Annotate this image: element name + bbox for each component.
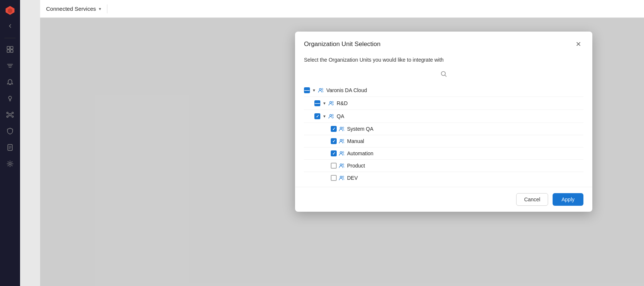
- svg-line-15: [8, 116, 9, 116]
- tree-item-rd[interactable]: — ▾ R&D: [304, 97, 583, 110]
- svg-point-29: [332, 114, 333, 116]
- svg-point-10: [12, 112, 13, 114]
- svg-point-12: [12, 116, 13, 117]
- checkbox-automation[interactable]: ✓: [331, 150, 337, 156]
- svg-point-38: [340, 176, 342, 178]
- tree-item-varonis-da-cloud[interactable]: — ▾ Varonis DA Cloud: [304, 84, 583, 97]
- tree-item-automation[interactable]: ✓ Automation: [304, 147, 583, 160]
- svg-point-22: [441, 72, 446, 76]
- report-nav-icon[interactable]: [3, 141, 17, 154]
- svg-point-7: [9, 96, 12, 99]
- title-chevron-icon[interactable]: ▾: [99, 6, 101, 12]
- search-icon: [440, 70, 447, 79]
- svg-rect-0: [7, 46, 10, 49]
- org-unit-selection-modal: Organization Unit Selection ✕ Select the…: [295, 32, 592, 212]
- checkbox-manual[interactable]: ✓: [331, 138, 337, 144]
- svg-point-36: [340, 164, 342, 166]
- svg-point-30: [340, 127, 342, 129]
- label-manual: Manual: [347, 138, 364, 144]
- svg-point-32: [340, 139, 342, 141]
- tree-item-manual[interactable]: ✓ Manual: [304, 135, 583, 147]
- label-varonis-da-cloud: Varonis DA Cloud: [326, 87, 367, 93]
- topbar: Connected Services ▾: [40, 0, 644, 18]
- network-nav-icon[interactable]: [3, 108, 17, 121]
- expand-varonis-da-cloud[interactable]: ▾: [312, 87, 316, 94]
- label-system-qa: System QA: [347, 126, 373, 132]
- svg-rect-2: [7, 50, 10, 52]
- svg-point-11: [7, 116, 8, 117]
- sidebar-collapse-btn[interactable]: [6, 22, 14, 30]
- svg-rect-1: [10, 46, 13, 49]
- label-product: Product: [347, 163, 365, 169]
- org-icon-manual: [339, 138, 345, 144]
- checkbox-dev[interactable]: [331, 175, 337, 181]
- modal-title: Organization Unit Selection: [304, 40, 381, 48]
- svg-point-34: [340, 152, 342, 153]
- svg-line-23: [445, 75, 447, 77]
- svg-point-31: [342, 127, 344, 129]
- svg-point-25: [321, 88, 323, 90]
- svg-point-28: [330, 114, 331, 116]
- svg-line-13: [8, 113, 9, 114]
- org-icon-system-qa: [339, 126, 345, 132]
- org-icon-dev: [339, 175, 345, 181]
- cancel-button[interactable]: Cancel: [516, 193, 548, 206]
- dashboard-nav-icon[interactable]: [3, 43, 17, 56]
- checkbox-qa[interactable]: ✓: [314, 113, 320, 119]
- org-icon-varonis-da-cloud: [318, 87, 324, 93]
- svg-rect-3: [10, 50, 13, 52]
- modal-header: Organization Unit Selection ✕: [295, 32, 592, 55]
- settings-nav-icon[interactable]: [3, 157, 17, 170]
- svg-point-24: [319, 88, 321, 90]
- svg-line-16: [11, 116, 12, 116]
- expand-qa[interactable]: ▾: [323, 113, 326, 120]
- checkbox-rd[interactable]: —: [314, 100, 320, 106]
- sidebar: [0, 0, 20, 286]
- page-title: Connected Services: [46, 6, 96, 12]
- bell-nav-icon[interactable]: [3, 75, 17, 89]
- svg-point-37: [342, 164, 344, 165]
- shield-nav-icon[interactable]: [3, 124, 17, 138]
- org-icon-automation: [339, 150, 345, 156]
- svg-line-14: [11, 113, 12, 114]
- label-qa: QA: [337, 113, 344, 119]
- logo-icon[interactable]: [3, 4, 17, 17]
- tree-item-dev[interactable]: DEV: [304, 172, 583, 184]
- tree-item-product[interactable]: Product: [304, 160, 583, 172]
- modal-footer: Cancel Apply: [295, 187, 592, 212]
- bulb-nav-icon[interactable]: [3, 92, 17, 105]
- label-automation: Automation: [347, 150, 373, 156]
- checkbox-product[interactable]: [331, 163, 337, 169]
- svg-point-26: [330, 101, 331, 103]
- org-icon-rd: [329, 100, 334, 106]
- svg-point-21: [9, 163, 11, 165]
- modal-close-button[interactable]: ✕: [573, 39, 583, 49]
- tree-item-system-qa[interactable]: ✓ System QA: [304, 123, 583, 135]
- checkbox-system-qa[interactable]: ✓: [331, 126, 337, 132]
- svg-point-27: [332, 101, 333, 103]
- svg-point-35: [342, 152, 344, 153]
- svg-point-9: [7, 112, 8, 114]
- svg-point-39: [342, 176, 344, 178]
- expand-rd[interactable]: ▾: [323, 100, 326, 107]
- org-icon-qa: [329, 113, 334, 119]
- org-tree: — ▾ Varonis DA Cloud: [295, 84, 592, 184]
- topbar-divider: [107, 4, 107, 13]
- svg-point-8: [9, 114, 11, 116]
- svg-point-33: [342, 139, 344, 141]
- org-icon-product: [339, 163, 345, 169]
- checkbox-varonis-da-cloud[interactable]: —: [304, 87, 310, 93]
- label-rd: R&D: [337, 100, 348, 106]
- search-container: [295, 67, 592, 84]
- tree-item-qa[interactable]: ✓ ▾ QA: [304, 110, 583, 123]
- filter-nav-icon[interactable]: [3, 59, 17, 72]
- label-dev: DEV: [347, 175, 358, 181]
- modal-subtitle: Select the Organization Units you would …: [295, 55, 592, 67]
- apply-button[interactable]: Apply: [553, 193, 583, 206]
